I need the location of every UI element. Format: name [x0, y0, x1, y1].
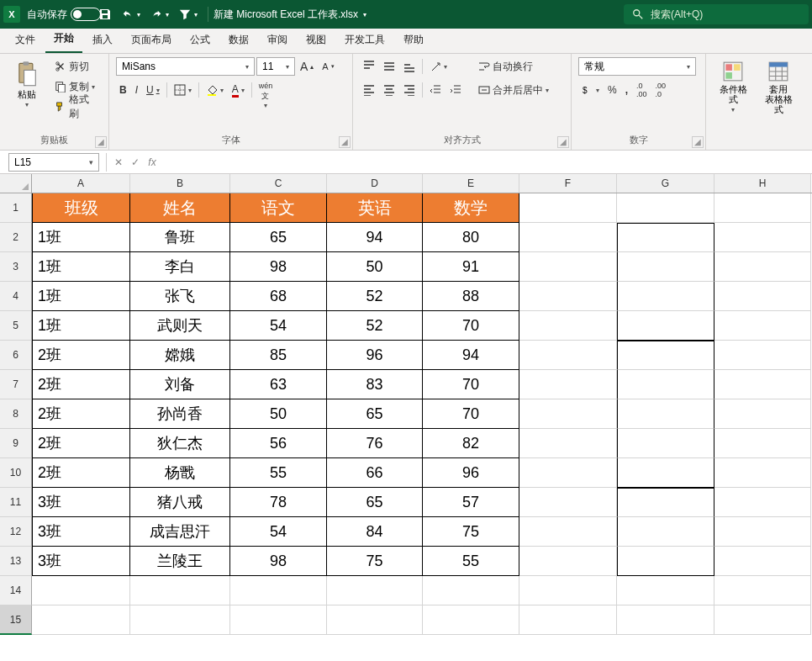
cell[interactable]: 54 — [230, 311, 327, 341]
cell[interactable]: 70 — [423, 370, 519, 399]
col-header-D[interactable]: D — [327, 174, 423, 193]
tab-insert[interactable]: 插入 — [84, 28, 121, 53]
cut-button[interactable]: 剪切 — [51, 57, 102, 76]
decrease-font-button[interactable]: A▾ — [319, 57, 337, 76]
cancel-formula-button[interactable]: ✕ — [110, 156, 127, 168]
font-name-combo[interactable]: MiSans▾ — [116, 57, 255, 76]
cell[interactable]: 成吉思汗 — [130, 517, 230, 547]
cell[interactable]: 84 — [327, 517, 423, 547]
number-launcher[interactable]: ◢ — [692, 136, 704, 148]
cell[interactable]: 1班 — [32, 311, 130, 341]
cell[interactable] — [714, 488, 811, 517]
cell[interactable] — [327, 605, 423, 635]
cell[interactable]: 63 — [230, 370, 327, 399]
toggle-off-icon[interactable] — [71, 8, 101, 21]
cell[interactable] — [714, 311, 811, 341]
row-header[interactable]: 3 — [0, 252, 32, 282]
cell[interactable]: 3班 — [32, 547, 130, 576]
cell[interactable]: 65 — [327, 399, 423, 429]
row-header[interactable]: 1 — [0, 193, 32, 223]
row-header[interactable]: 10 — [0, 458, 32, 488]
cell[interactable]: 杨戬 — [130, 458, 230, 488]
align-bottom-button[interactable] — [400, 57, 419, 76]
bold-button[interactable]: B — [116, 81, 130, 99]
spreadsheet-grid[interactable]: A B C D E F G H 1班级姓名语文英语数学21班鲁班65948031… — [0, 174, 812, 635]
underline-button[interactable]: U▾ — [143, 81, 163, 99]
cell[interactable]: 66 — [327, 458, 423, 488]
row-header[interactable]: 2 — [0, 223, 32, 252]
cell[interactable]: 英语 — [327, 193, 423, 223]
cell[interactable] — [519, 282, 617, 311]
cell[interactable] — [519, 223, 617, 252]
cell[interactable] — [714, 547, 811, 576]
col-header-G[interactable]: G — [617, 174, 714, 193]
cell[interactable]: 班级 — [32, 193, 130, 223]
pinyin-button[interactable]: wén文▾ — [256, 81, 277, 99]
cell[interactable]: 56 — [230, 429, 327, 458]
cell[interactable]: 1班 — [32, 282, 130, 311]
cell[interactable]: 80 — [423, 223, 519, 252]
orientation-button[interactable]: ▾ — [426, 57, 451, 76]
cell[interactable] — [519, 252, 617, 282]
fx-button[interactable]: fx — [144, 156, 161, 168]
format-as-table-button[interactable]: 套用 表格格式 — [758, 57, 799, 118]
cell[interactable] — [617, 517, 714, 547]
cell[interactable]: 82 — [423, 429, 519, 458]
cell[interactable] — [519, 370, 617, 399]
alignment-launcher[interactable]: ◢ — [557, 136, 569, 148]
select-all-corner[interactable] — [0, 174, 32, 193]
cell[interactable]: 68 — [230, 282, 327, 311]
document-name[interactable]: 新建 Microsoft Excel 工作表.xlsx ▾ — [214, 8, 366, 22]
cell[interactable] — [714, 517, 811, 547]
cell[interactable]: 2班 — [32, 341, 130, 370]
cell[interactable] — [617, 252, 714, 282]
cell[interactable] — [714, 399, 811, 429]
cell[interactable] — [519, 341, 617, 370]
cell[interactable]: 张飞 — [130, 282, 230, 311]
cell[interactable] — [519, 429, 617, 458]
cell[interactable] — [617, 576, 714, 605]
col-header-B[interactable]: B — [130, 174, 230, 193]
cell[interactable]: 70 — [423, 311, 519, 341]
align-top-button[interactable] — [360, 57, 378, 76]
autosave-toggle[interactable]: 自动保存 ● 关 — [27, 8, 93, 22]
italic-button[interactable]: I — [132, 81, 141, 99]
font-color-button[interactable]: A▾ — [229, 81, 248, 99]
cell[interactable] — [617, 341, 714, 370]
increase-indent-button[interactable] — [446, 81, 465, 99]
cell[interactable] — [714, 252, 811, 282]
cell[interactable]: 54 — [230, 517, 327, 547]
formula-input[interactable] — [161, 153, 812, 172]
wrap-text-button[interactable]: 自动换行 — [475, 57, 552, 76]
cell[interactable] — [230, 605, 327, 635]
cell[interactable] — [519, 399, 617, 429]
cell[interactable]: 76 — [327, 429, 423, 458]
cell[interactable]: 94 — [423, 341, 519, 370]
cell[interactable]: 55 — [230, 458, 327, 488]
cell[interactable] — [423, 576, 519, 605]
cell[interactable] — [617, 488, 714, 517]
align-middle-button[interactable] — [380, 57, 398, 76]
cell[interactable] — [617, 429, 714, 458]
cell[interactable] — [617, 458, 714, 488]
cell[interactable] — [714, 605, 811, 635]
cell[interactable] — [519, 458, 617, 488]
cell[interactable]: 57 — [423, 488, 519, 517]
cell[interactable] — [519, 193, 617, 223]
cell[interactable]: 猪八戒 — [130, 488, 230, 517]
row-header[interactable]: 8 — [0, 399, 32, 429]
tab-file[interactable]: 文件 — [7, 28, 44, 53]
cell[interactable] — [714, 193, 811, 223]
cell[interactable]: 96 — [327, 341, 423, 370]
cell[interactable]: 98 — [230, 547, 327, 576]
cell[interactable] — [714, 576, 811, 605]
cell[interactable]: 1班 — [32, 223, 130, 252]
cell[interactable] — [714, 370, 811, 399]
cell[interactable]: 李白 — [130, 252, 230, 282]
cell[interactable] — [617, 311, 714, 341]
row-header[interactable]: 12 — [0, 517, 32, 547]
name-box[interactable]: L15▾ — [8, 153, 99, 172]
cell[interactable]: 70 — [423, 399, 519, 429]
cell[interactable]: 78 — [230, 488, 327, 517]
cell[interactable]: 2班 — [32, 458, 130, 488]
